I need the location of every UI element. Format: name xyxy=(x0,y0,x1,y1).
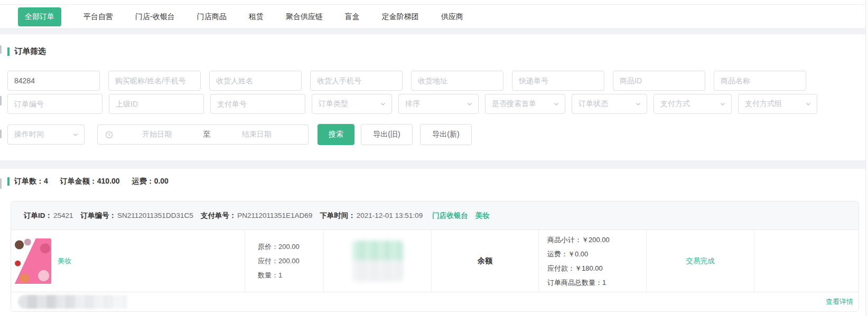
date-range-separator: 至 xyxy=(201,130,213,139)
chevron-down-icon xyxy=(720,101,726,107)
sort-select-label: 排序 xyxy=(405,99,420,109)
parent-id-input[interactable] xyxy=(109,94,204,114)
consignee-name-input[interactable] xyxy=(209,71,302,91)
total-quantity: 订单商品总数量：1 xyxy=(547,275,646,290)
summary-accent-bar xyxy=(7,177,10,186)
end-date-input[interactable]: 结束日期 xyxy=(213,130,301,139)
left-edge-artifact xyxy=(0,96,2,106)
section-title-order-filter: 订单筛选 xyxy=(7,46,861,56)
search-button[interactable]: 搜索 xyxy=(318,124,354,145)
payment-method-select[interactable]: 支付方式 xyxy=(654,94,732,114)
payment-method-group-select-label: 支付方式组 xyxy=(745,99,782,109)
export-new-button[interactable]: 导出(新) xyxy=(420,124,472,145)
store-cashier-tag: 门店收银台 xyxy=(432,211,468,221)
original-price: 原价：200.00 xyxy=(258,240,323,254)
chevron-down-icon xyxy=(466,101,473,107)
order-count: 订单数：4 xyxy=(14,177,48,186)
scrollbar[interactable] xyxy=(865,0,868,316)
order-id-field: 订单ID：25421 xyxy=(24,211,73,221)
tab-platform-self[interactable]: 平台自营 xyxy=(83,12,113,22)
left-edge-artifact xyxy=(0,178,2,189)
export-old-button[interactable]: 导出(旧) xyxy=(361,124,413,145)
keyword-input[interactable] xyxy=(7,71,100,91)
buyer-info-redacted xyxy=(352,241,403,282)
filter-row-1 xyxy=(7,71,861,91)
consignee-phone-input[interactable] xyxy=(310,71,403,91)
amount-payable: 应付款：￥180.00 xyxy=(547,261,646,275)
product-name-link[interactable]: 美妆 xyxy=(58,256,71,266)
order-card-body: 美妆 原价：200.00 应付：200.00 数量：1 余额 商品小计：￥200… xyxy=(11,230,858,292)
tab-aggregate-supply-chain[interactable]: 聚合供应链 xyxy=(286,12,323,22)
order-summary-bar: 订单数：4 订单金额：410.00 运费：0.00 xyxy=(0,177,868,186)
totals-column: 商品小计：￥200.00 运费：￥0.00 应付款：￥180.00 订单商品总数… xyxy=(539,230,647,292)
operation-time-select-label: 操作时间 xyxy=(14,130,44,139)
chevron-down-icon xyxy=(635,101,641,107)
product-name-input[interactable] xyxy=(714,71,806,91)
top-strip xyxy=(0,0,868,5)
shipping-fee: 运费：￥0.00 xyxy=(547,247,646,261)
date-range-picker[interactable]: 开始日期 至 结束日期 xyxy=(97,125,309,145)
clock-icon xyxy=(105,131,113,139)
quantity: 数量：1 xyxy=(258,268,323,282)
buyer-column xyxy=(324,230,432,292)
results-panel: 订单数：4 订单金额：410.00 运费：0.00 订单ID：25421 订单编… xyxy=(0,169,868,316)
tracking-number-input[interactable] xyxy=(512,71,604,91)
order-amount: 订单金额：410.00 xyxy=(60,177,120,186)
order-sn-field: 订单编号：SN2112011351DD31C5 xyxy=(81,211,193,221)
filter-panel: 订单筛选 订单类型 排序 是否搜索首单 订单状态 支付方 xyxy=(0,34,868,160)
tab-rental[interactable]: 租赁 xyxy=(249,12,264,22)
shipping-total: 运费：0.00 xyxy=(132,177,169,186)
order-status-text: 交易完成 xyxy=(686,256,715,266)
left-edge-artifact xyxy=(0,45,2,54)
first-order-select[interactable]: 是否搜索首单 xyxy=(485,94,565,114)
chevron-down-icon xyxy=(805,101,811,107)
filter-row-3: 操作时间 开始日期 至 结束日期 搜索 导出(旧) 导出(新) xyxy=(7,124,861,145)
status-column: 交易完成 xyxy=(647,230,754,292)
product-column: 美妆 xyxy=(11,230,245,292)
shipping-address-input[interactable] xyxy=(411,71,503,91)
product-id-input[interactable] xyxy=(613,71,705,91)
payment-sn-input[interactable] xyxy=(210,94,305,114)
tab-blind-box[interactable]: 盲盒 xyxy=(345,12,360,22)
buyer-nickname-input[interactable] xyxy=(108,71,201,91)
order-type-select[interactable]: 订单类型 xyxy=(312,94,392,114)
order-type-tabs: 全部订单 平台自营 门店-收银台 门店商品 租赁 聚合供应链 盲盒 定金阶梯团 … xyxy=(0,5,868,29)
order-card-header: 订单ID：25421 订单编号：SN2112011351DD31C5 支付单号：… xyxy=(11,202,858,230)
tab-all-orders[interactable]: 全部订单 xyxy=(18,7,61,26)
order-card-footer: 查看详情 xyxy=(11,292,858,311)
tab-deposit-ladder-group[interactable]: 定金阶梯团 xyxy=(382,12,419,22)
tab-supplier[interactable]: 供应商 xyxy=(441,12,463,22)
actions-column xyxy=(754,230,858,292)
chevron-down-icon xyxy=(380,101,386,107)
order-card: 订单ID：25421 订单编号：SN2112011351DD31C5 支付单号：… xyxy=(11,201,859,312)
footer-note-redacted xyxy=(18,295,127,309)
payable-price: 应付：200.00 xyxy=(258,254,323,268)
section-accent-bar xyxy=(7,47,10,56)
order-sn-input[interactable] xyxy=(7,94,102,114)
left-edge-artifact xyxy=(0,130,2,138)
price-column: 原价：200.00 应付：200.00 数量：1 xyxy=(245,230,324,292)
sort-select[interactable]: 排序 xyxy=(398,94,479,114)
view-detail-link[interactable]: 查看详情 xyxy=(826,297,853,307)
chevron-down-icon xyxy=(553,101,559,107)
product-image xyxy=(13,238,51,284)
order-time-field: 下单时间：2021-12-01 13:51:09 xyxy=(320,211,423,221)
payment-method-group-select[interactable]: 支付方式组 xyxy=(738,94,817,114)
payment-method-column: 余额 xyxy=(432,230,539,292)
filter-row-2: 订单类型 排序 是否搜索首单 订单状态 支付方式 支付方式组 xyxy=(7,94,861,114)
order-status-select[interactable]: 订单状态 xyxy=(572,94,647,114)
order-type-select-label: 订单类型 xyxy=(319,99,348,109)
section-title-text: 订单筛选 xyxy=(14,46,46,56)
tab-store-cashier[interactable]: 门店-收银台 xyxy=(135,12,175,22)
payment-sn-field: 支付单号：PN2112011351E1AD69 xyxy=(201,211,313,221)
payment-method-select-label: 支付方式 xyxy=(660,99,690,109)
tab-store-goods[interactable]: 门店商品 xyxy=(197,12,227,22)
payment-method-label: 余额 xyxy=(478,256,492,266)
operation-time-select[interactable]: 操作时间 xyxy=(7,125,85,145)
first-order-select-label: 是否搜索首单 xyxy=(492,99,536,109)
start-date-input[interactable]: 开始日期 xyxy=(113,130,201,139)
order-status-select-label: 订单状态 xyxy=(578,99,608,109)
subtotal: 商品小计：￥200.00 xyxy=(547,233,646,247)
chevron-down-icon xyxy=(72,131,79,138)
category-tag: 美妆 xyxy=(475,211,490,221)
